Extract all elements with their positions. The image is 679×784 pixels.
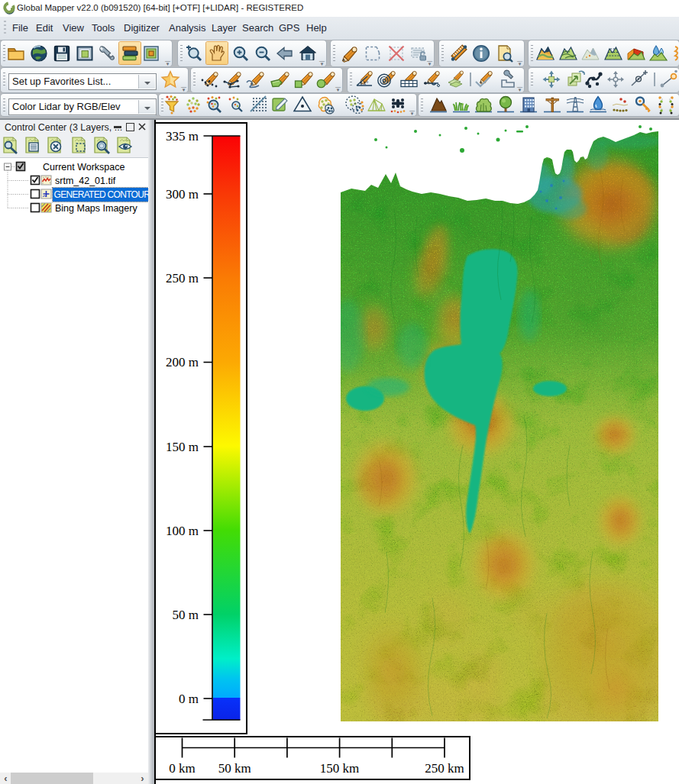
svg-text:X°: X°	[362, 80, 368, 86]
